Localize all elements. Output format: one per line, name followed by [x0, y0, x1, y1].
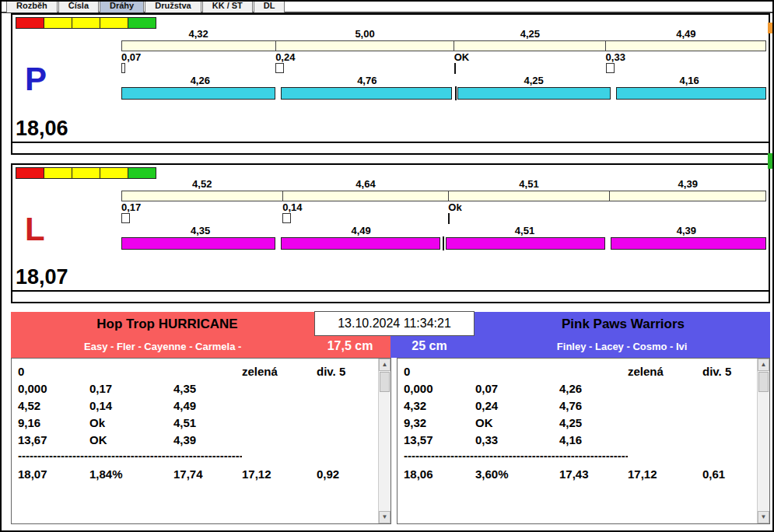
changeover-checkbox[interactable] — [275, 63, 284, 73]
split-time: 4,26 — [121, 75, 279, 86]
status-squares — [16, 167, 156, 179]
status-cell: div. 5 — [317, 363, 373, 380]
scroll-up-icon[interactable]: ▲ — [758, 359, 769, 371]
split-cell: 9,16 — [18, 415, 89, 432]
changeover-checkbox[interactable] — [606, 63, 615, 73]
lane-bar-segment — [611, 237, 766, 250]
total-cell: 17,12 — [242, 463, 317, 485]
split-cell: 0,17 — [89, 380, 173, 397]
scrollbar[interactable]: ▲ ▼ — [757, 359, 769, 523]
status-square — [72, 17, 100, 29]
lane-bar-segment — [616, 87, 766, 100]
scroll-up-icon[interactable]: ▲ — [379, 359, 391, 371]
teams-section: Hop Trop HURRICANE Easy - Fler - Cayenne… — [11, 312, 770, 524]
team-category: 17,5 cm — [314, 339, 386, 353]
changeover-checkbox[interactable] — [121, 213, 130, 223]
status-cell: 0 — [404, 363, 475, 380]
total-cell: 0,61 — [702, 463, 752, 485]
total-cell: 0,92 — [317, 463, 373, 485]
tab-cisla[interactable]: Čísla — [58, 2, 99, 12]
time-bar-segment — [121, 191, 283, 201]
split-cell: 4,52 — [18, 397, 89, 415]
results-table-right: 0 zelená div. 5 0,000 0,07 4,26 4,32 0,2… — [397, 358, 770, 524]
split-cell: 4,32 — [404, 397, 475, 415]
upper-time-bar — [121, 40, 766, 51]
scrollbar-thumb[interactable] — [758, 372, 769, 392]
lane-bar-segment — [457, 87, 611, 100]
team-members: Finley - Lacey - Cosmo - Ivi — [474, 341, 770, 352]
split-time: 4,39 — [609, 179, 766, 190]
changeover-label: 0,07 — [121, 53, 141, 62]
tab-kk-st[interactable]: KK / ST — [202, 2, 253, 12]
split-time: 4,35 — [121, 226, 279, 236]
total-cell: 17,43 — [559, 463, 628, 485]
panel-divider — [11, 290, 770, 292]
scroll-down-icon[interactable]: ▼ — [379, 511, 391, 523]
tab-rozbeh[interactable]: Rozběh — [6, 2, 58, 12]
split-time: 5,00 — [275, 29, 454, 40]
changeover-tick — [454, 63, 456, 74]
total-cell: 18,07 — [18, 463, 89, 485]
datetime-display: 13.10.2024 11:34:21 — [314, 311, 475, 336]
status-square — [44, 17, 72, 29]
results-table-left: 0 zelená div. 5 0,000 0,17 4,35 4,52 0,1… — [11, 358, 391, 524]
split-cell: OK — [89, 432, 173, 449]
status-square — [16, 167, 44, 179]
split-cell: 4,16 — [559, 432, 628, 449]
lane-bar-segment — [121, 237, 275, 250]
status-cell: div. 5 — [702, 363, 752, 380]
lane-total-time: 18,06 — [16, 117, 68, 141]
status-square — [16, 17, 44, 29]
status-square — [44, 167, 72, 179]
split-time: 4,16 — [612, 75, 766, 86]
lower-split-times: 4,26 4,76 4,25 4,16 — [121, 75, 766, 86]
split-cell: 0,000 — [404, 380, 475, 397]
split-time: 4,32 — [121, 29, 275, 40]
split-cell: 4,49 — [173, 397, 242, 415]
changeover-labels: 0,17 0,14 Ok — [121, 203, 766, 212]
tab-bar: Rozběh Čísla Dráhy Družstva KK / ST DL — [6, 2, 285, 12]
total-cell: 3,60% — [475, 463, 559, 485]
lane-bar-segment — [281, 237, 440, 250]
status-cell: 0 — [18, 363, 89, 380]
total-cell: 17,74 — [173, 463, 242, 485]
changeover-label: OK — [454, 53, 470, 62]
team-members: Easy - Fler - Cayenne - Carmela - — [11, 341, 314, 352]
changeover-marks — [121, 63, 766, 74]
lane-letter: P — [25, 63, 47, 96]
split-cell: 4,51 — [173, 415, 242, 432]
tab-dl[interactable]: DL — [254, 2, 285, 12]
tab-drahy[interactable]: Dráhy — [100, 2, 144, 12]
changeover-checkbox[interactable] — [121, 63, 125, 73]
lane-bar-segment — [121, 87, 275, 100]
changeover-checkbox[interactable] — [282, 213, 291, 223]
upper-time-bar — [121, 191, 766, 201]
upper-split-times: 4,52 4,64 4,51 4,39 — [121, 179, 766, 190]
status-square — [128, 17, 156, 29]
measurement-area: 4,32 5,00 4,25 4,49 0,07 0,24 OK 0,33 — [121, 29, 766, 100]
results-grid: 0 zelená div. 5 0,000 0,07 4,26 4,32 0,2… — [398, 359, 769, 485]
status-squares — [16, 17, 156, 29]
scrollbar[interactable]: ▲ ▼ — [378, 359, 391, 523]
time-bar-segment — [275, 40, 454, 51]
time-bar-segment — [609, 191, 766, 201]
scroll-down-icon[interactable]: ▼ — [758, 511, 769, 523]
split-cell: OK — [475, 415, 559, 432]
split-time: 4,51 — [448, 179, 609, 190]
split-time: 4,25 — [455, 75, 612, 86]
separator-line: ----------------------------------------… — [18, 449, 242, 463]
bar-mid-tick — [455, 86, 457, 100]
time-bar-segment — [282, 191, 449, 201]
tab-druzstva[interactable]: Družstva — [145, 2, 201, 12]
changeover-labels: 0,07 0,24 OK 0,33 — [121, 53, 766, 62]
scrollbar-thumb[interactable] — [380, 372, 390, 392]
changeover-label: Ok — [448, 203, 461, 212]
time-bar-segment — [448, 191, 610, 201]
results-grid: 0 zelená div. 5 0,000 0,17 4,35 4,52 0,1… — [12, 359, 391, 485]
split-time: 4,25 — [454, 29, 606, 40]
total-cell: 1,84% — [89, 463, 173, 485]
split-time: 4,52 — [121, 179, 282, 190]
lane-total-time: 18,07 — [16, 265, 68, 289]
changeover-marks — [121, 213, 766, 224]
split-cell: 0,24 — [475, 397, 559, 415]
